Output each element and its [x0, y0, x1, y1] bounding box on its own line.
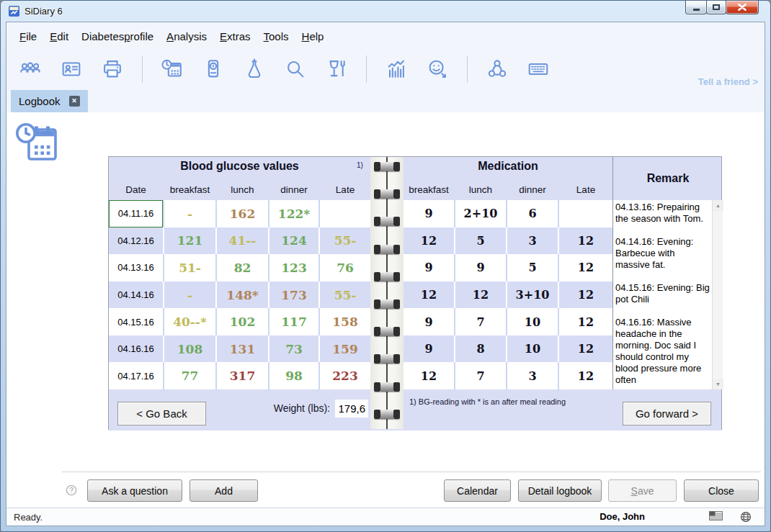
- menu-item-analysis[interactable]: Analysis: [160, 30, 213, 42]
- calendar-clock-icon[interactable]: [159, 56, 185, 82]
- go-back-button[interactable]: < Go Back: [117, 402, 206, 425]
- med-value-cell[interactable]: 2+10: [455, 200, 507, 227]
- med-value-cell[interactable]: 3: [507, 362, 559, 389]
- med-value-cell[interactable]: 9: [455, 254, 507, 281]
- med-value-cell[interactable]: 9: [404, 254, 455, 281]
- bg-value-cell[interactable]: 76: [320, 254, 370, 281]
- med-value-cell[interactable]: 12: [559, 308, 612, 335]
- users-icon[interactable]: [17, 56, 43, 82]
- bg-value-cell[interactable]: 131: [217, 335, 269, 363]
- bg-value-cell[interactable]: 55-: [320, 281, 370, 309]
- med-value-cell[interactable]: 12: [559, 362, 612, 389]
- med-value-cell[interactable]: [559, 200, 612, 227]
- search-icon[interactable]: [282, 56, 308, 82]
- bg-value-cell[interactable]: 159: [320, 335, 370, 363]
- bg-value-cell[interactable]: [320, 200, 370, 227]
- bg-value-cell[interactable]: -: [164, 200, 217, 227]
- calendar-button[interactable]: Calendar: [444, 479, 511, 502]
- statistics-icon[interactable]: [383, 56, 409, 82]
- med-value-cell[interactable]: 9: [404, 200, 455, 227]
- bg-value-cell[interactable]: 102: [217, 308, 269, 335]
- tab-logbook[interactable]: Logbook ✕: [11, 90, 88, 112]
- menu-item-file[interactable]: File: [13, 30, 43, 42]
- bg-value-cell[interactable]: -: [164, 281, 217, 309]
- bg-value-cell[interactable]: 124: [269, 227, 320, 255]
- date-cell[interactable]: 04.12.16: [109, 227, 164, 255]
- close-button[interactable]: Close: [684, 479, 759, 502]
- med-value-cell[interactable]: 3: [507, 227, 559, 255]
- smiley-icon[interactable]: [424, 56, 450, 82]
- bg-value-cell[interactable]: 40--*: [164, 308, 217, 335]
- bg-value-cell[interactable]: 108: [164, 335, 217, 363]
- date-cell[interactable]: 04.14.16: [109, 281, 164, 309]
- med-value-cell[interactable]: 7: [455, 362, 507, 389]
- scroll-up-icon[interactable]: ▲: [713, 200, 723, 211]
- med-value-cell[interactable]: 12: [559, 227, 612, 255]
- weight-input[interactable]: [335, 400, 368, 418]
- bg-value-cell[interactable]: 82: [217, 254, 269, 281]
- med-value-cell[interactable]: 5: [455, 227, 507, 255]
- med-value-cell[interactable]: 5: [507, 254, 559, 281]
- med-value-cell[interactable]: 10: [507, 335, 559, 363]
- us-flag-icon[interactable]: [709, 511, 723, 520]
- menu-item-help[interactable]: Help: [295, 30, 331, 42]
- bg-value-cell[interactable]: 173: [269, 281, 320, 309]
- bg-value-cell[interactable]: 121: [164, 227, 217, 255]
- title-bar[interactable]: SiDiary 6: [1, 1, 770, 22]
- add-button[interactable]: Add: [190, 479, 258, 502]
- med-value-cell[interactable]: 12: [559, 281, 612, 309]
- med-value-cell[interactable]: 12: [404, 362, 455, 389]
- date-cell[interactable]: 04.17.16: [109, 362, 164, 389]
- date-cell[interactable]: 04.15.16: [109, 308, 164, 335]
- menu-item-edit[interactable]: Edit: [43, 30, 75, 42]
- bg-value-cell[interactable]: 98: [269, 362, 320, 389]
- bg-value-cell[interactable]: 158: [320, 308, 370, 335]
- med-value-cell[interactable]: 3+10: [507, 281, 559, 309]
- date-cell[interactable]: 04.11.16: [109, 200, 164, 227]
- scroll-down-icon[interactable]: ▼: [713, 379, 723, 389]
- bg-value-cell[interactable]: 55-: [320, 227, 370, 255]
- med-value-cell[interactable]: 6: [507, 200, 559, 227]
- bg-value-cell[interactable]: 148*: [217, 281, 269, 309]
- keyboard-icon[interactable]: [525, 56, 551, 82]
- share-icon[interactable]: [484, 56, 510, 82]
- med-value-cell[interactable]: 12: [404, 227, 455, 255]
- remark-text[interactable]: 04.13.16: Prepairing the season with Tom…: [615, 202, 711, 389]
- med-value-cell[interactable]: 9: [404, 335, 455, 363]
- bg-value-cell[interactable]: 162: [217, 200, 269, 227]
- help-icon[interactable]: [66, 484, 77, 496]
- bg-value-cell[interactable]: 122*: [269, 200, 320, 227]
- bg-value-cell[interactable]: 41--: [217, 227, 269, 255]
- med-value-cell[interactable]: 12: [404, 281, 455, 309]
- bg-value-cell[interactable]: 51-: [164, 254, 217, 281]
- detail-logbook-button[interactable]: Detail logbook: [518, 479, 602, 502]
- med-value-cell[interactable]: 7: [455, 308, 507, 335]
- glucose-meter-icon[interactable]: [200, 56, 226, 82]
- med-value-cell[interactable]: 12: [559, 335, 612, 363]
- tab-close-icon[interactable]: ✕: [69, 96, 80, 107]
- menu-item-diabetesprofile[interactable]: Diabetesprofile: [75, 30, 160, 42]
- go-forward-button[interactable]: Go forward >: [623, 402, 711, 425]
- med-value-cell[interactable]: 9: [404, 308, 455, 335]
- bg-value-cell[interactable]: 73: [269, 335, 320, 363]
- lab-flask-icon[interactable]: [241, 56, 267, 82]
- bg-value-cell[interactable]: 123: [269, 254, 320, 281]
- tell-a-friend-link[interactable]: Tell a friend >: [698, 76, 758, 87]
- med-value-cell[interactable]: 12: [455, 281, 507, 309]
- med-value-cell[interactable]: 10: [507, 308, 559, 335]
- bg-value-cell[interactable]: 317: [217, 362, 269, 389]
- med-value-cell[interactable]: 12: [559, 254, 612, 281]
- close-window-button[interactable]: [726, 1, 759, 14]
- remark-scrollbar[interactable]: ▲ ▼: [712, 200, 723, 389]
- nutrition-icon[interactable]: [324, 56, 349, 82]
- bg-value-cell[interactable]: 77: [164, 362, 217, 389]
- globe-icon[interactable]: [740, 511, 752, 523]
- profile-card-icon[interactable]: [58, 56, 84, 82]
- bg-value-cell[interactable]: 223: [320, 362, 370, 389]
- minimize-button[interactable]: [685, 1, 707, 14]
- med-value-cell[interactable]: 8: [455, 335, 507, 363]
- date-cell[interactable]: 04.13.16: [109, 254, 164, 281]
- printer-icon[interactable]: [99, 56, 125, 82]
- bg-value-cell[interactable]: 117: [269, 308, 320, 335]
- ask-question-button[interactable]: Ask a question: [87, 479, 182, 502]
